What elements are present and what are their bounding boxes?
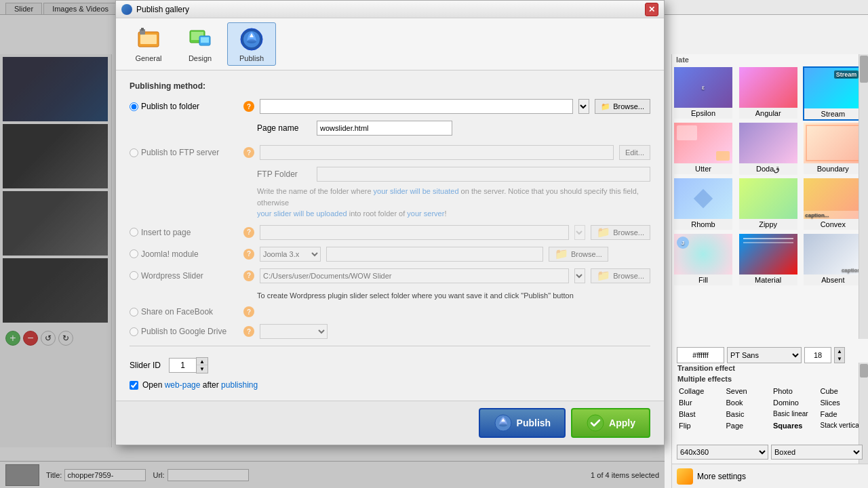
wordpress-dropdown[interactable]: [574, 268, 585, 283]
color-picker[interactable]: #ffffff: [677, 347, 724, 363]
joomla-path-input[interactable]: [326, 247, 543, 262]
insert-page-row: Insert to page ? 📁 Browse...: [130, 225, 650, 240]
effect-blast[interactable]: Blast: [676, 409, 723, 420]
ftp-folder-input[interactable]: [317, 167, 650, 182]
publish-icon: [238, 26, 265, 53]
font-select[interactable]: PT Sans: [727, 347, 802, 363]
thumb-stream[interactable]: Stream Stream: [803, 66, 863, 121]
gdrive-account-select[interactable]: [260, 324, 328, 339]
wordpress-help-icon[interactable]: ?: [243, 270, 254, 281]
joomla-label[interactable]: Joomla! module: [130, 249, 238, 259]
thumb-utter[interactable]: Utter: [673, 122, 733, 176]
thumb-dodaq-label: Dodaق: [739, 163, 797, 175]
publish-button[interactable]: Publish: [479, 408, 566, 438]
wordpress-label[interactable]: Wordpress Slider: [130, 271, 238, 281]
ftp-server-input[interactable]: [260, 145, 614, 160]
thumb-material-label: Material: [739, 274, 797, 285]
font-size-input[interactable]: [804, 347, 831, 363]
publish-ftp-radio[interactable]: [130, 148, 138, 157]
insert-help-icon[interactable]: ?: [243, 227, 254, 238]
publish-ftp-label[interactable]: Publish to FTP server: [130, 148, 238, 157]
gdrive-label[interactable]: Publish to Google Drive: [130, 327, 238, 336]
ftp-edit-button[interactable]: Edit...: [619, 145, 650, 160]
size-layout-bar: 640x360 800x450 1024x576 868x488 Boxed …: [671, 442, 868, 462]
thumb-fill[interactable]: J Fill: [673, 233, 733, 287]
thumb-epsilon[interactable]: ε Epsilon: [673, 66, 733, 121]
thumb-stream-label: Stream: [804, 108, 861, 119]
insert-folder-icon: 📁: [597, 226, 610, 239]
font-size-up[interactable]: ▲: [835, 348, 844, 355]
page-name-input[interactable]: [317, 121, 452, 136]
effect-book[interactable]: Book: [724, 397, 770, 408]
ftp-help-icon[interactable]: ?: [243, 147, 254, 158]
effect-squares[interactable]: Squares: [770, 420, 817, 431]
layout-select[interactable]: Boxed Full width Responsive: [771, 445, 863, 460]
effect-collage[interactable]: Collage: [676, 386, 723, 396]
joomla-help-icon[interactable]: ?: [243, 249, 254, 260]
open-webpage-checkbox[interactable]: [130, 381, 138, 390]
publish-toolbar-label: Publish: [239, 54, 264, 62]
effect-fade[interactable]: Fade: [818, 409, 865, 420]
multiple-effects-label: Multiple effects: [672, 373, 868, 384]
dialog-title: Publish gallery: [121, 4, 189, 15]
joomla-version-select[interactable]: Joomla 3.x: [260, 247, 321, 262]
insert-page-label[interactable]: Insert to page: [130, 228, 238, 237]
effect-cube[interactable]: Cube: [818, 386, 865, 396]
thumb-fill-label: Fill: [674, 274, 732, 285]
effect-slices[interactable]: Slices: [818, 397, 865, 408]
publish-folder-label[interactable]: Publish to folder: [130, 102, 238, 111]
font-size-down[interactable]: ▼: [835, 355, 844, 363]
toolbar-general-button[interactable]: General: [124, 22, 173, 66]
toolbar-publish-button[interactable]: Publish: [227, 22, 276, 66]
effect-domino[interactable]: Domino: [770, 397, 817, 408]
insert-page-radio[interactable]: [130, 228, 138, 237]
thumb-angular[interactable]: Angular: [738, 66, 798, 121]
folder-browse-button[interactable]: 📁 Browse...: [595, 99, 650, 114]
effect-page[interactable]: Page: [724, 420, 770, 431]
publishing-method-title: Publishing method:: [130, 81, 650, 91]
joomla-radio[interactable]: [130, 249, 138, 258]
close-button[interactable]: ✕: [645, 3, 658, 16]
thumb-material[interactable]: Material: [738, 233, 798, 287]
wordpress-path-input[interactable]: [260, 268, 569, 283]
effect-blur[interactable]: Blur: [676, 397, 723, 408]
insert-browse-button[interactable]: 📁 Browse...: [591, 225, 650, 240]
gdrive-radio[interactable]: [130, 327, 138, 336]
publish-folder-radio[interactable]: [130, 102, 138, 111]
apply-button[interactable]: Apply: [571, 408, 650, 438]
thumb-boundary[interactable]: Boundary: [803, 122, 863, 176]
facebook-help-icon[interactable]: ?: [243, 306, 254, 317]
thumb-convex[interactable]: caption... Convex: [803, 178, 863, 232]
facebook-label[interactable]: Share on FaceBook: [130, 307, 238, 317]
folder-help-icon[interactable]: ?: [243, 101, 254, 112]
effect-photo[interactable]: Photo: [770, 386, 817, 396]
folder-path-input[interactable]: [260, 99, 573, 114]
size-select[interactable]: 640x360 800x450 1024x576 868x488: [677, 445, 768, 460]
svg-point-10: [247, 39, 256, 43]
gdrive-help-icon[interactable]: ?: [243, 326, 254, 337]
spinner-up-button[interactable]: ▲: [197, 358, 208, 365]
spinner-down-button[interactable]: ▼: [197, 365, 208, 373]
slider-id-input[interactable]: [169, 358, 196, 373]
wordpress-radio[interactable]: [130, 271, 138, 280]
insert-dropdown[interactable]: [574, 225, 585, 240]
facebook-radio[interactable]: [130, 308, 138, 317]
thumb-dodaq[interactable]: Dodaق: [738, 122, 798, 176]
effect-flip[interactable]: Flip: [676, 420, 723, 431]
folder-path-dropdown[interactable]: [578, 99, 589, 114]
joomla-browse-button[interactable]: 📁 Browse...: [549, 247, 608, 262]
thumb-utter-label: Utter: [674, 163, 732, 174]
dialog-content: Publishing method: Publish to folder ? 📁…: [116, 70, 664, 401]
effect-basiclinear[interactable]: Basic linear: [770, 409, 817, 420]
toolbar-design-button[interactable]: Design: [176, 22, 224, 66]
thumb-rhomb[interactable]: Rhomb: [673, 178, 733, 232]
wordpress-browse-button[interactable]: 📁 Browse...: [591, 268, 650, 283]
effect-seven[interactable]: Seven: [724, 386, 770, 396]
insert-path-input[interactable]: [260, 225, 569, 240]
effect-stackvertical[interactable]: Stack vertical: [818, 420, 865, 431]
more-settings-button[interactable]: More settings: [671, 464, 868, 488]
thumb-zippy[interactable]: Zippy: [738, 178, 798, 232]
thumb-scrollbar[interactable]: [859, 54, 868, 339]
thumb-absent[interactable]: caption Absent: [803, 233, 863, 287]
effect-basic[interactable]: Basic: [724, 409, 770, 420]
